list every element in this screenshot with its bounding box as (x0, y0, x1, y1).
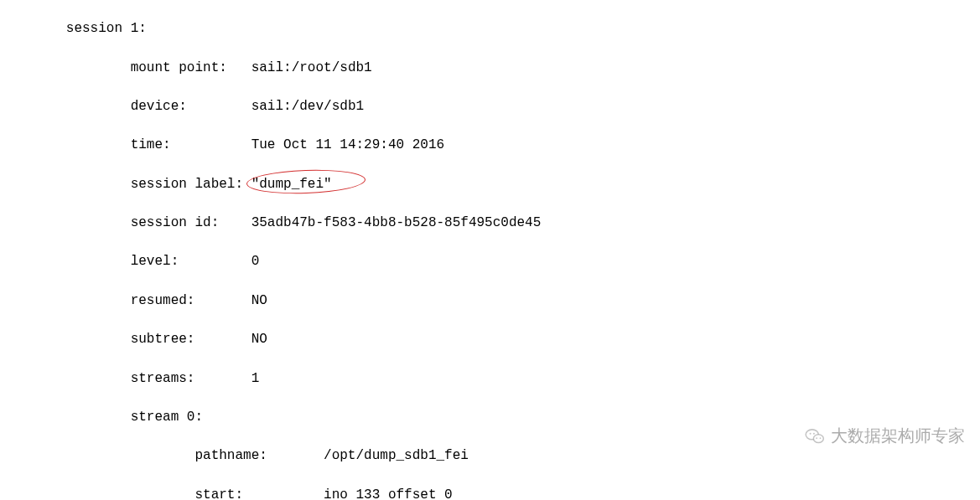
resumed-label: resumed: (131, 293, 251, 308)
start-row: start: ino 133 offset 0 (2, 486, 978, 500)
subtree-label: subtree: (131, 332, 251, 347)
session-header: session 1: (2, 19, 978, 39)
session-id-label: session id: (131, 215, 251, 230)
level-value: 0 (251, 254, 260, 269)
time-label: time: (131, 137, 251, 152)
pathname-value: /opt/dump_sdb1_fei (324, 448, 469, 463)
pathname-label: pathname: (194, 448, 324, 463)
session-label-label: session label: (131, 177, 251, 192)
streams-label: streams: (131, 371, 251, 386)
subtree-row: subtree: NO (2, 330, 978, 349)
device-label: device: (131, 99, 251, 114)
start-value: ino 133 offset 0 (324, 487, 453, 500)
start-label: start: (194, 487, 324, 500)
mount-point-label: mount point: (131, 60, 251, 75)
mount-point-value: sail:/root/sdb1 (251, 60, 372, 75)
stream-header-row: stream 0: (2, 408, 978, 427)
device-row: device: sail:/dev/sdb1 (2, 97, 978, 116)
time-value: Tue Oct 11 14:29:40 2016 (251, 137, 444, 152)
session-id-value: 35adb47b-f583-4bb8-b528-85f495c0de45 (251, 215, 542, 230)
level-row: level: 0 (2, 252, 978, 271)
pathname-row: pathname: /opt/dump_sdb1_fei (2, 446, 978, 466)
session-id-row: session id: 35adb47b-f583-4bb8-b528-85f4… (2, 214, 978, 233)
session-label-row: session label: "dump_fei" (2, 175, 978, 194)
subtree-value: NO (251, 332, 267, 347)
resumed-row: resumed: NO (2, 291, 978, 311)
level-label: level: (131, 254, 251, 269)
session-label-value: "dump_fei" (251, 177, 332, 192)
time-row: time: Tue Oct 11 14:29:40 2016 (2, 136, 978, 155)
streams-row: streams: 1 (2, 369, 978, 389)
device-value: sail:/dev/sdb1 (251, 99, 364, 114)
terminal-output: session 1: mount point: sail:/root/sdb1 … (0, 0, 980, 500)
mount-point-row: mount point: sail:/root/sdb1 (2, 59, 978, 78)
streams-value: 1 (251, 371, 260, 386)
stream-header-label: stream 0: (131, 410, 203, 425)
resumed-value: NO (251, 293, 267, 308)
